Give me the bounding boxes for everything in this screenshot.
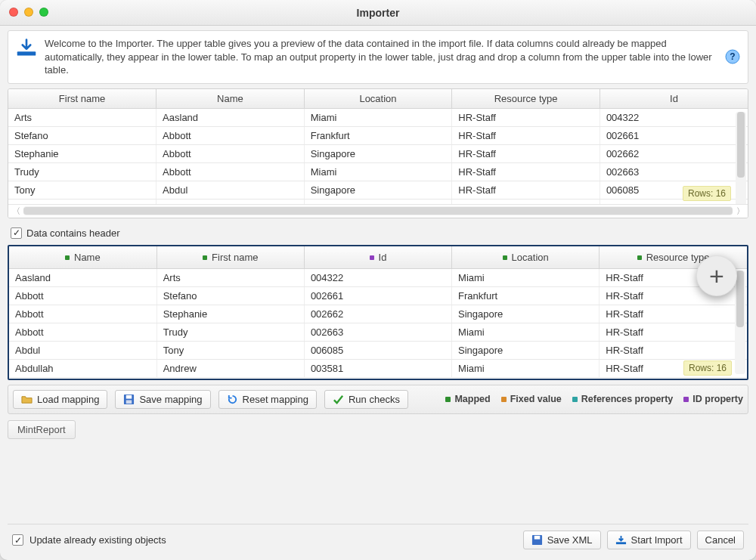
table-cell: 002663: [600, 162, 748, 181]
table-cell: Abbott: [156, 126, 305, 144]
preview-column-header[interactable]: First name: [8, 89, 156, 109]
table-cell: Abdullah: [9, 359, 156, 377]
mapping-vertical-scrollbar[interactable]: [735, 271, 745, 374]
svg-rect-5: [126, 400, 132, 404]
mapping-table: NameFirst nameIdLocationResource type Aa…: [9, 246, 747, 378]
preview-row-count-badge: Rows: 16: [683, 186, 731, 201]
table-cell: Stephanie: [156, 305, 304, 323]
table-cell: HR-Staff: [452, 144, 600, 162]
table-cell: Abbott: [156, 144, 305, 162]
table-row[interactable]: AbbottStefano002661FrankfurtHR-Staff: [9, 286, 747, 305]
table-cell: HR-Staff: [600, 341, 747, 359]
table-cell: Trudy: [156, 323, 304, 341]
save-mapping-button[interactable]: Save mapping: [115, 390, 210, 409]
update-existing-checkbox[interactable]: ✓: [12, 534, 23, 546]
mapping-table-panel: NameFirst nameIdLocationResource type Aa…: [8, 245, 748, 380]
data-contains-header-label: Data contains header: [26, 227, 120, 239]
column-header-label: Name: [74, 252, 101, 263]
titlebar: Importer: [0, 0, 756, 26]
table-cell: 002662: [600, 144, 748, 162]
add-column-fab[interactable]: +: [696, 255, 737, 296]
table-row[interactable]: AbbottStephanie002662SingaporeHR-Staff: [9, 305, 747, 323]
table-row[interactable]: ArtsAaslandMiamiHR-Staff004322: [8, 108, 748, 126]
table-cell: 002663: [304, 323, 451, 341]
mapped-marker-icon: [637, 255, 642, 260]
legend-id: ID property: [683, 394, 743, 404]
table-row[interactable]: TrudyAbbottMiamiHR-Staff002663: [8, 162, 748, 181]
table-row[interactable]: AbdulTony006085SingaporeHR-Staff: [9, 341, 747, 359]
column-header-label: Location: [512, 252, 549, 263]
table-cell: Singapore: [304, 181, 452, 199]
zoom-icon[interactable]: [39, 8, 48, 17]
footer: ✓ Update already existing objects Save X…: [8, 524, 748, 552]
column-header-label: Id: [379, 252, 387, 263]
report-tab[interactable]: MintReport: [8, 420, 76, 439]
reset-icon: [227, 394, 238, 405]
table-cell: HR-Staff: [600, 305, 747, 323]
welcome-bar: Welcome to the Importer. The upper table…: [8, 30, 748, 84]
mapping-column-header[interactable]: Name: [9, 246, 156, 269]
start-import-label: Start Import: [631, 534, 683, 546]
table-cell: Miami: [304, 162, 452, 181]
table-row[interactable]: TonyAbdulSingaporeHR-Staff006085: [8, 181, 748, 199]
preview-column-header[interactable]: Id: [600, 89, 748, 109]
reset-mapping-label: Reset mapping: [243, 394, 308, 405]
mapping-toolbar: Load mapping Save mapping Reset mapping …: [8, 385, 748, 414]
run-checks-button[interactable]: Run checks: [324, 390, 408, 409]
window-controls: [9, 8, 48, 17]
save-xml-button[interactable]: Save XML: [523, 531, 601, 549]
table-cell: HR-Staff: [600, 323, 747, 341]
save-icon: [531, 534, 543, 546]
table-cell: Abbott: [9, 305, 156, 323]
load-mapping-button[interactable]: Load mapping: [13, 390, 107, 409]
preview-column-header[interactable]: Resource type: [452, 89, 600, 109]
save-xml-label: Save XML: [547, 534, 593, 546]
preview-vertical-scrollbar[interactable]: [736, 112, 746, 213]
table-cell: Miami: [452, 268, 600, 286]
table-cell: 002662: [304, 305, 451, 323]
mapped-marker-icon: [65, 255, 70, 260]
table-cell: 003581: [304, 359, 451, 377]
svg-text:?: ?: [730, 51, 735, 62]
table-row[interactable]: StephanieAbbottSingaporeHR-Staff002662: [8, 144, 748, 162]
mapping-column-header[interactable]: Location: [452, 246, 600, 269]
start-import-button[interactable]: Start Import: [607, 531, 691, 549]
import-icon: [615, 534, 627, 546]
table-cell: Aasland: [9, 268, 156, 286]
preview-column-header[interactable]: Name: [156, 89, 305, 109]
legend-mapped: Mapped: [445, 394, 490, 404]
table-cell: Miami: [452, 359, 600, 377]
cancel-button[interactable]: Cancel: [697, 531, 744, 549]
svg-rect-4: [126, 395, 132, 399]
minimize-icon[interactable]: [24, 8, 33, 17]
import-icon: [16, 37, 37, 58]
table-cell: HR-Staff: [452, 126, 600, 144]
close-icon[interactable]: [9, 8, 18, 17]
id-property-marker-icon: [370, 255, 374, 260]
help-icon[interactable]: ?: [725, 49, 740, 64]
content-area: Welcome to the Importer. The upper table…: [0, 26, 756, 560]
mapping-column-header[interactable]: First name: [156, 246, 304, 269]
mapping-column-header[interactable]: Id: [304, 246, 451, 269]
table-cell: 002661: [304, 286, 451, 305]
preview-column-header[interactable]: Location: [304, 89, 452, 109]
table-cell: 004322: [304, 268, 451, 286]
table-row[interactable]: AbdullahAndrew003581MiamiHR-Staff: [9, 359, 747, 377]
welcome-text: Welcome to the Importer. The upper table…: [45, 37, 717, 77]
data-contains-header-checkbox[interactable]: ✓: [11, 227, 22, 239]
table-cell: Singapore: [452, 305, 600, 323]
preview-horizontal-scrollbar[interactable]: 〈 〉: [8, 204, 748, 218]
table-cell: HR-Staff: [452, 181, 600, 199]
table-cell: HR-Staff: [452, 162, 600, 181]
scroll-left-icon[interactable]: 〈: [10, 206, 22, 216]
window-title: Importer: [0, 7, 756, 19]
table-row[interactable]: StefanoAbbottFrankfurtHR-Staff002661: [8, 126, 748, 144]
table-cell: Abdul: [9, 341, 156, 359]
table-cell: Miami: [304, 108, 452, 126]
scroll-right-icon[interactable]: 〉: [734, 206, 746, 216]
table-cell: Tony: [156, 341, 304, 359]
reset-mapping-button[interactable]: Reset mapping: [218, 390, 317, 409]
table-row[interactable]: AaslandArts004322MiamiHR-Staff: [9, 268, 747, 286]
cancel-label: Cancel: [705, 534, 736, 546]
table-row[interactable]: AbbottTrudy002663MiamiHR-Staff: [9, 323, 747, 341]
